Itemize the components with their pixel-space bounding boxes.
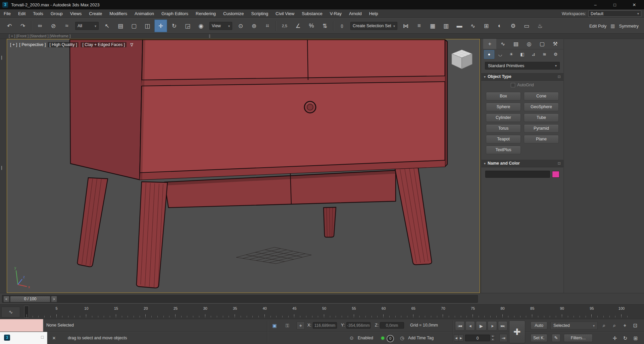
key-selection-dropdown[interactable]: Selected ▾	[550, 321, 598, 330]
category-space-warps[interactable]: ≋	[539, 50, 550, 59]
key-mode-toggle-icon[interactable]: ⇥	[499, 334, 507, 342]
object-type-button-plane[interactable]: Plane	[524, 135, 559, 143]
viewport-quality-label[interactable]: [ High Quality ]	[48, 42, 79, 47]
rendered-frame-window-icon[interactable]: ▭	[520, 19, 533, 32]
category-systems[interactable]: ⚙	[550, 50, 561, 59]
previous-key-button[interactable]: ◀	[454, 335, 459, 341]
go-to-start-button[interactable]: |◀◀	[455, 321, 464, 331]
mini-window-maximize-icon[interactable]: □	[41, 335, 44, 340]
object-type-button-cylinder[interactable]: Cylinder	[486, 114, 521, 122]
isolate-selection-icon[interactable]: ▣	[270, 321, 279, 330]
object-type-button-tube[interactable]: Tube	[524, 114, 559, 122]
undo-icon[interactable]: ↶	[3, 19, 16, 32]
previous-frame-mini-button[interactable]: <	[3, 296, 9, 302]
viewport-canvas[interactable]: x y z	[7, 39, 480, 293]
spinner-down-icon[interactable]: ▼	[491, 338, 495, 341]
render-production-icon[interactable]: ♨	[534, 19, 546, 32]
z-coordinate-field[interactable]: 0,0mm	[380, 322, 404, 329]
toolbar-grip-icon[interactable]: ∥	[209, 34, 211, 39]
degradation-badge[interactable]: 0	[387, 335, 394, 342]
bind-to-space-warp-icon[interactable]: ≈	[60, 19, 73, 32]
menu-item-graph-editors[interactable]: Graph Editors	[158, 9, 192, 18]
modifier-icon[interactable]: ▥	[610, 23, 615, 29]
menu-item-substance[interactable]: Substance	[298, 9, 326, 18]
object-type-button-textplus[interactable]: TextPlus	[486, 146, 521, 154]
frame-spinner[interactable]: ▲ ▼	[491, 334, 495, 341]
edit-named-selection-sets-icon[interactable]: {}	[336, 19, 348, 32]
window-crossing-icon[interactable]: ◫	[141, 19, 154, 32]
viewport-layout-tabs[interactable]: ▎ ▎	[0, 39, 7, 293]
set-keys-button[interactable]: ✚	[509, 320, 525, 343]
toggle-layer-explorer-icon[interactable]: ▥	[440, 19, 452, 32]
pan-icon[interactable]: ✛	[610, 334, 620, 343]
spinner-up-icon[interactable]: ▲	[491, 334, 495, 338]
menu-item-civil-view[interactable]: Civil View	[272, 9, 298, 18]
zoom-all-icon[interactable]: ⌕	[610, 321, 619, 330]
select-by-name-icon[interactable]: ▤	[114, 19, 127, 32]
time-slider-value[interactable]: 0 / 100	[10, 296, 50, 302]
tab-hierarchy[interactable]: ▤	[509, 39, 523, 49]
menu-item-group[interactable]: Group	[47, 9, 66, 18]
use-pivot-point-center-icon[interactable]: ⊙	[234, 19, 247, 32]
tab-create[interactable]: +	[483, 39, 496, 49]
object-type-button-sphere[interactable]: Sphere	[486, 103, 521, 111]
minimized-listener-window[interactable]: 3 □	[0, 332, 47, 344]
orbit-icon[interactable]: ↻	[621, 334, 630, 343]
align-icon[interactable]: ≡	[413, 19, 426, 32]
current-frame-field[interactable]: 0	[465, 335, 490, 341]
object-type-button-torus[interactable]: Torus	[486, 124, 521, 133]
category-lights[interactable]: ☀	[506, 50, 516, 59]
redo-icon[interactable]: ↷	[16, 19, 29, 32]
object-type-button-teapot[interactable]: Teapot	[486, 135, 521, 143]
select-and-place-icon[interactable]: ◉	[195, 19, 207, 32]
angle-snap-toggle-icon[interactable]: ∠	[292, 19, 304, 32]
maximize-button[interactable]: □	[605, 0, 625, 9]
reference-coordinate-system-dropdown[interactable]: View▾	[209, 22, 232, 30]
y-coordinate-field[interactable]: -354,956mm	[346, 322, 370, 329]
schematic-view-icon[interactable]: ⊞	[480, 19, 493, 32]
menu-item-file[interactable]: File	[0, 9, 14, 18]
track-bar[interactable]: ∿ 51015202530354045505560657075808590951…	[0, 304, 644, 319]
edit-poly-button[interactable]: Edit Poly	[589, 24, 606, 29]
object-type-button-geosphere[interactable]: GeoSphere	[524, 103, 559, 111]
toggle-ribbon-icon[interactable]: ▬	[453, 19, 466, 32]
secondary-viewport-tab[interactable]: [ + ] [Front ] [Standard ] [Wireframe ]	[9, 34, 70, 39]
close-button[interactable]: ✕	[625, 0, 644, 9]
object-name-input[interactable]	[485, 171, 550, 178]
perspective-viewport[interactable]: x y z [ + ] [ Perspective ] [ High Quali…	[7, 39, 480, 293]
view-cube[interactable]	[452, 50, 472, 69]
tab-modify[interactable]: ∿	[496, 39, 509, 49]
menu-item-edit[interactable]: Edit	[14, 9, 29, 18]
mini-window-close-icon[interactable]: ✕	[50, 332, 58, 344]
add-time-tag[interactable]: Add Time Tag	[408, 332, 434, 344]
render-setup-icon[interactable]: ⚙	[507, 19, 519, 32]
autogrid-checkbox[interactable]	[511, 83, 515, 87]
next-frame-mini-button[interactable]: >	[51, 296, 57, 302]
unlink-selection-icon[interactable]: ⊘	[47, 19, 60, 32]
transform-type-in-icon[interactable]: ⌖	[297, 321, 305, 330]
object-type-rollout[interactable]: ▾ Object Type ⊡	[481, 73, 563, 81]
select-and-rotate-icon[interactable]: ↻	[168, 19, 181, 32]
x-coordinate-field[interactable]: 116,689mm	[313, 322, 337, 329]
time-slider-handle[interactable]: < 0 / 100 >	[3, 296, 57, 302]
tab-motion[interactable]: ◎	[523, 39, 536, 49]
select-and-link-icon[interactable]: ∞	[34, 19, 46, 32]
key-filters-icon[interactable]: ✎	[552, 334, 560, 342]
toggle-scene-explorer-icon[interactable]: ▦	[426, 19, 439, 32]
menu-item-customize[interactable]: Customize	[219, 9, 247, 18]
previous-frame-button[interactable]: ◀|	[465, 321, 475, 331]
layout-tab-icon[interactable]: ▎	[1, 166, 4, 170]
snaps-toggle-icon[interactable]: 2,5	[278, 19, 291, 32]
viewport-pov-label[interactable]: [ Perspective ]	[19, 42, 46, 47]
object-type-button-box[interactable]: Box	[486, 92, 521, 100]
menu-item-arnold[interactable]: Arnold	[345, 9, 365, 18]
key-filters-button[interactable]: Filters...	[564, 334, 593, 342]
menu-item-modifiers[interactable]: Modifiers	[106, 9, 131, 18]
primitives-dropdown[interactable]: Standard Primitives ▾	[485, 62, 560, 70]
tab-utilities[interactable]: ⚒	[549, 39, 562, 49]
auto-key-button[interactable]: Auto	[531, 321, 547, 330]
object-type-button-cone[interactable]: Cone	[524, 92, 559, 100]
next-key-button[interactable]: ▶	[458, 335, 463, 341]
key-mode-icon[interactable]: ⊙	[350, 332, 354, 344]
selection-filter-dropdown[interactable]: All▾	[75, 22, 99, 30]
